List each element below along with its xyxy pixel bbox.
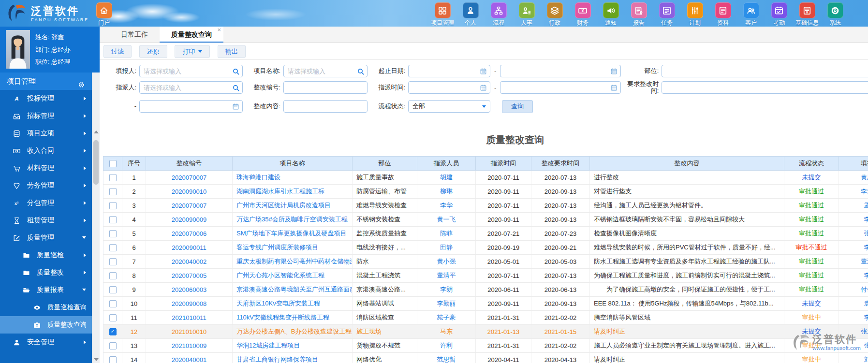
sidebar-item-12-folder-open[interactable]: 质量报表	[0, 281, 92, 299]
assign-time-from-field[interactable]	[408, 81, 490, 94]
calendar-icon[interactable]	[480, 84, 487, 92]
rectification-code-link[interactable]: 2020040001	[172, 356, 206, 363]
topbar-module-task[interactable]: 任务	[653, 2, 681, 27]
project-name-link[interactable]: 广州天心苑小区智能化系统工程	[236, 272, 324, 279]
calendar-icon[interactable]	[610, 84, 618, 92]
project-name-link[interactable]: 京港澳高速公路粤境韶关至广州互通路面改造	[236, 286, 353, 293]
topbar-module-sliders[interactable]: 计划	[681, 2, 709, 27]
row-checkbox[interactable]	[109, 300, 117, 307]
row-checkbox[interactable]	[109, 342, 117, 349]
project-name-link[interactable]: 110kV安徽线程集变开断线路工程	[236, 314, 329, 321]
date-to-field[interactable]	[500, 65, 621, 77]
sidebar-item-1-bid[interactable]: A 投标管理	[0, 90, 92, 107]
content-input[interactable]	[284, 101, 367, 112]
rectification-code-link[interactable]: 2021010010	[172, 328, 206, 335]
query-button[interactable]: 查询	[502, 100, 533, 113]
rectification-code-link[interactable]: 2020070007	[172, 174, 206, 181]
topbar-module-doc[interactable]: 资料	[709, 2, 737, 27]
sidebar-item-15-safety[interactable]: 安全管理	[0, 334, 92, 351]
sidebar-item-11-folder[interactable]: 质量整改	[0, 264, 92, 281]
assignee-link[interactable]: 李朗	[440, 286, 453, 293]
project-name-link[interactable]: 广州市天河区统计局机房改造项目	[236, 202, 331, 209]
code-input[interactable]	[284, 82, 367, 93]
topbar-module-person[interactable]: 个人	[456, 2, 485, 27]
sidebar-item-7-subcontract[interactable]: x² 分包管理	[0, 194, 92, 212]
topbar-module-portal[interactable]: 门户	[90, 2, 118, 27]
rectification-code-link[interactable]: 2020090008	[172, 300, 206, 307]
row-checkbox[interactable]	[109, 356, 117, 363]
reporter-link[interactable]: 李若若	[861, 188, 868, 195]
rectification-code-link[interactable]: 2020070007	[172, 202, 206, 209]
row-checkbox[interactable]	[109, 244, 117, 251]
part-field[interactable]	[662, 65, 868, 77]
topbar-module-flow[interactable]: 流程	[485, 2, 513, 27]
calendar-icon[interactable]	[480, 68, 487, 75]
project-name-link[interactable]: 客运专线广州调度所装修项目	[236, 244, 318, 251]
row-checkbox[interactable]	[109, 258, 117, 265]
sidebar-item-6-labor[interactable]: 劳务管理	[0, 177, 92, 194]
reporter-link[interactable]: 张鑫	[864, 342, 868, 349]
status-select[interactable]: 全部	[408, 100, 490, 113]
assignee-link[interactable]: 胡建	[440, 174, 453, 181]
topbar-module-customers[interactable]: 客户	[737, 2, 765, 27]
assign-time-to-field[interactable]	[500, 81, 621, 94]
reporter-link[interactable]: 付伟璐	[861, 286, 868, 293]
code-field[interactable]	[283, 81, 368, 94]
assign-time-to-input[interactable]	[500, 82, 620, 93]
reporter-link[interactable]: 李朗	[864, 272, 868, 279]
scroll-up-icon[interactable]	[94, 131, 99, 133]
part-input[interactable]	[662, 65, 868, 77]
reporter-link[interactable]: 张永银	[861, 328, 868, 335]
assignee-link[interactable]: 黄小强	[437, 258, 456, 265]
search-icon[interactable]	[232, 68, 240, 75]
topbar-module-gear[interactable]: 系统	[821, 2, 849, 27]
assignee-link[interactable]: 董清平	[437, 272, 456, 279]
calendar-icon[interactable]	[232, 103, 240, 111]
scroll-down-icon[interactable]	[94, 358, 99, 361]
project-name-link[interactable]: 天府新区10Kv变电所安装工程	[236, 300, 320, 307]
rectification-code-link[interactable]: 2020090009	[172, 216, 206, 223]
row-checkbox[interactable]	[109, 272, 117, 279]
assignee-link[interactable]: 马东	[440, 328, 453, 335]
rectification-code-link[interactable]: 2020090011	[172, 244, 206, 251]
topbar-module-report[interactable]: 报告	[625, 2, 653, 27]
content-field[interactable]	[283, 100, 368, 113]
assignee-link[interactable]: 黄一飞	[437, 216, 456, 223]
reporter-link[interactable]: 黄思璐	[861, 174, 868, 181]
sidebar-item-3-project[interactable]: 项目立项	[0, 125, 92, 142]
date-from-input[interactable]	[409, 65, 490, 77]
topbar-module-grid[interactable]: 项目管理	[428, 2, 456, 27]
required-time-to-input[interactable]	[140, 101, 242, 112]
topbar-module-speaker[interactable]: 通知	[597, 2, 625, 27]
topbar-module-doc-yen[interactable]: ¥ 基础信息	[793, 2, 821, 27]
reporter-link[interactable]: 李帅	[864, 314, 868, 321]
row-checkbox[interactable]	[109, 188, 117, 195]
assignee-link[interactable]: 陈菲	[440, 230, 453, 237]
reporter-input[interactable]	[140, 65, 242, 77]
reporter-search-field[interactable]	[139, 65, 243, 77]
calendar-icon[interactable]	[610, 68, 618, 75]
required-time-to-field[interactable]	[139, 100, 243, 113]
print-button[interactable]: 打印	[175, 45, 210, 58]
sidebar-item-13-eye[interactable]: 质量巡检查询	[0, 299, 92, 316]
assignee-input[interactable]	[140, 82, 242, 93]
rectification-code-link[interactable]: 2020090010	[172, 188, 206, 195]
date-to-input[interactable]	[500, 65, 620, 77]
row-checkbox[interactable]	[109, 286, 117, 293]
reporter-link[interactable]: 董清平	[861, 258, 868, 265]
project-name-link[interactable]: 湖南洞庭湖水库引水工程施工标	[236, 188, 324, 195]
project-name-link[interactable]: 华润12城房建工程项目	[236, 342, 300, 349]
project-search-field[interactable]	[283, 65, 368, 77]
sidebar-item-8-lease[interactable]: 租赁管理	[0, 212, 92, 229]
rectification-code-link[interactable]: 2020040002	[172, 258, 206, 265]
required-time-field[interactable]	[662, 81, 868, 94]
sidebar-item-5-material[interactable]: 材料管理	[0, 160, 92, 177]
reporter-link[interactable]: 袁鑫	[864, 300, 868, 307]
search-icon[interactable]	[357, 68, 365, 75]
date-from-field[interactable]	[408, 65, 490, 77]
topbar-module-money[interactable]: ¥ 财务	[569, 2, 597, 27]
sidebar-item-10-folder[interactable]: 质量巡检	[0, 247, 92, 264]
rectification-code-link[interactable]: 2020070006	[172, 230, 206, 237]
row-checkbox[interactable]	[109, 314, 117, 321]
reporter-link[interactable]: 孟浩	[864, 202, 868, 209]
